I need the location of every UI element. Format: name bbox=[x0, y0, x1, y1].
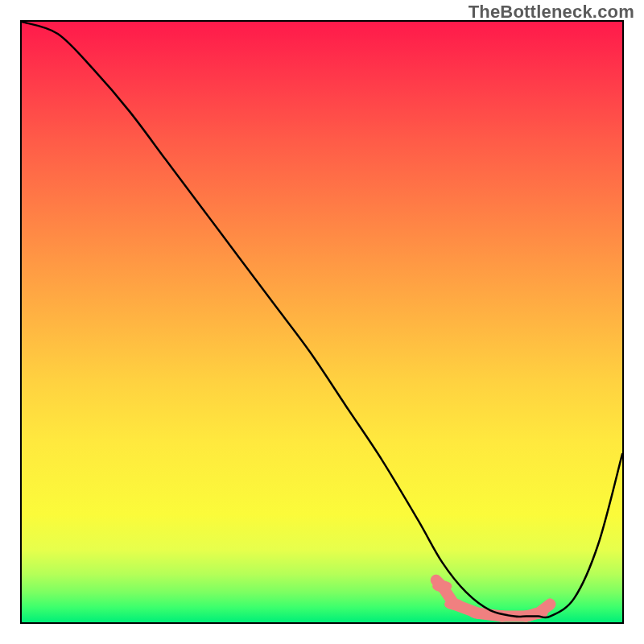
highlight-marker bbox=[432, 580, 452, 592]
highlight-segment bbox=[526, 613, 539, 617]
highlight-marker bbox=[431, 575, 441, 586]
highlight-marker bbox=[545, 599, 555, 610]
highlight-segment bbox=[436, 580, 442, 586]
bottleneck-curve bbox=[22, 22, 622, 617]
highlight-segment bbox=[442, 586, 454, 604]
plot-area bbox=[20, 20, 624, 624]
highlight-segment bbox=[454, 605, 478, 613]
highlight-marker bbox=[444, 599, 464, 610]
curve-layer bbox=[22, 22, 622, 622]
highlight-markers bbox=[431, 575, 555, 622]
highlight-marker bbox=[517, 611, 536, 622]
chart-container: TheBottleneck.com bbox=[0, 0, 644, 644]
highlight-segment bbox=[478, 613, 502, 617]
highlight-marker bbox=[469, 608, 488, 619]
highlight-segment bbox=[539, 605, 551, 613]
watermark-label: TheBottleneck.com bbox=[469, 2, 634, 23]
highlight-marker bbox=[493, 611, 512, 622]
highlight-marker bbox=[529, 608, 548, 619]
